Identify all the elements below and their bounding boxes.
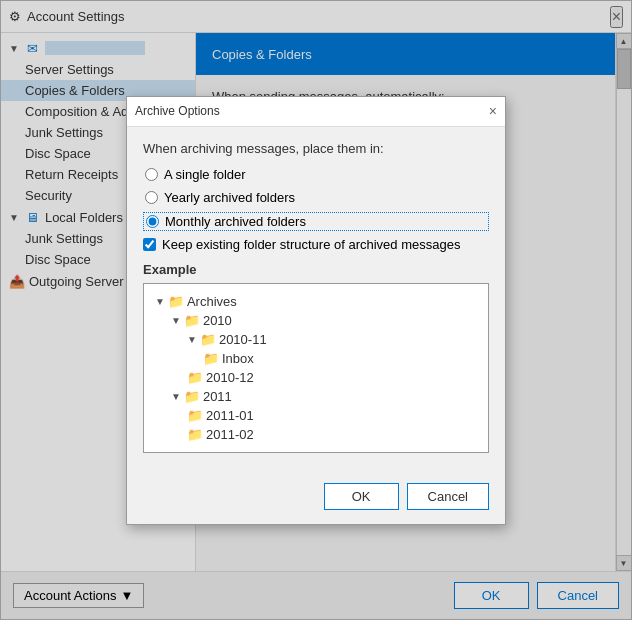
- tree-root: ▼ 📁 Archives: [152, 292, 480, 311]
- tree-inbox-label: Inbox: [222, 351, 254, 366]
- example-label: Example: [143, 262, 489, 277]
- tree-2011-02: 📁 2011-02: [152, 425, 480, 444]
- radio-yearly-folders: Yearly archived folders: [143, 189, 489, 206]
- expand-icon-2010-11: ▼: [187, 334, 197, 345]
- folder-icon-2011: 📁: [184, 389, 200, 404]
- folder-icon-2011-01: 📁: [187, 408, 203, 423]
- account-settings-window: ⚙ Account Settings × ▼ ✉ Server Settings…: [0, 0, 632, 620]
- archive-options-modal: Archive Options × When archiving message…: [126, 96, 506, 525]
- tree-2010-12-label: 2010-12: [206, 370, 254, 385]
- expand-icon-2010: ▼: [171, 315, 181, 326]
- folder-icon-2010-11: 📁: [200, 332, 216, 347]
- expand-icon-2011: ▼: [171, 391, 181, 402]
- modal-description: When archiving messages, place them in:: [143, 141, 489, 156]
- keep-structure-label: Keep existing folder structure of archiv…: [162, 237, 460, 252]
- modal-cancel-button[interactable]: Cancel: [407, 483, 489, 510]
- tree-2011-01: 📁 2011-01: [152, 406, 480, 425]
- modal-ok-button[interactable]: OK: [324, 483, 399, 510]
- modal-footer: OK Cancel: [127, 479, 505, 524]
- radio-monthly-folders-input[interactable]: [146, 215, 159, 228]
- radio-single-folder-label: A single folder: [164, 167, 246, 182]
- modal-overlay: Archive Options × When archiving message…: [1, 1, 631, 619]
- tree-inbox: 📁 Inbox: [152, 349, 480, 368]
- folder-icon-root: 📁: [168, 294, 184, 309]
- tree-2010-12: 📁 2010-12: [152, 368, 480, 387]
- radio-monthly-folders-label: Monthly archived folders: [165, 214, 306, 229]
- tree-2011-01-label: 2011-01: [206, 408, 254, 423]
- modal-title-bar: Archive Options ×: [127, 97, 505, 127]
- radio-single-folder: A single folder: [143, 166, 489, 183]
- radio-single-folder-input[interactable]: [145, 168, 158, 181]
- folder-icon-2011-02: 📁: [187, 427, 203, 442]
- tree-2011: ▼ 📁 2011: [152, 387, 480, 406]
- tree-area: ▼ 📁 Archives ▼ 📁 2010 ▼: [143, 283, 489, 453]
- radio-yearly-folders-input[interactable]: [145, 191, 158, 204]
- radio-monthly-folders: Monthly archived folders: [143, 212, 489, 231]
- folder-icon-2010-12: 📁: [187, 370, 203, 385]
- folder-icon-2010: 📁: [184, 313, 200, 328]
- keep-structure-checkbox[interactable]: [143, 238, 156, 251]
- tree-root-label: Archives: [187, 294, 237, 309]
- modal-close-button[interactable]: ×: [489, 103, 497, 119]
- expand-icon-root: ▼: [155, 296, 165, 307]
- keep-structure-row: Keep existing folder structure of archiv…: [143, 237, 489, 252]
- modal-title: Archive Options: [135, 104, 220, 118]
- tree-2010: ▼ 📁 2010: [152, 311, 480, 330]
- radio-yearly-folders-label: Yearly archived folders: [164, 190, 295, 205]
- tree-2011-label: 2011: [203, 389, 232, 404]
- tree-2010-11-label: 2010-11: [219, 332, 267, 347]
- tree-2011-02-label: 2011-02: [206, 427, 254, 442]
- tree-2010-label: 2010: [203, 313, 232, 328]
- tree-2010-11: ▼ 📁 2010-11: [152, 330, 480, 349]
- modal-body: When archiving messages, place them in: …: [127, 127, 505, 479]
- folder-icon-inbox: 📁: [203, 351, 219, 366]
